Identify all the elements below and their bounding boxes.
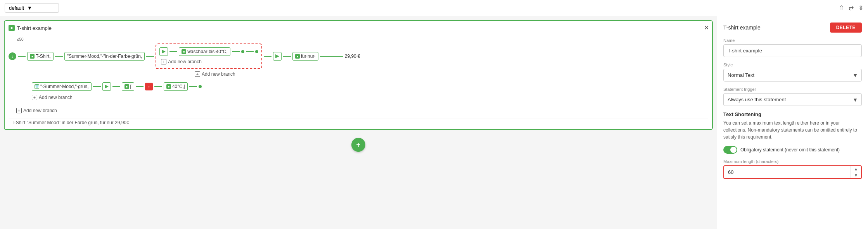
stepper-up-button[interactable]: ▲ [851,166,861,172]
obligatory-label: Obligatory statement (never omit this st… [740,147,840,153]
node-fuer-nur[interactable]: ■ für·nur· [292,52,318,61]
add-branch-selection-label: Add new branch [168,59,202,64]
tshirt-icon: ■ [30,54,35,59]
add-plus-icon: + [356,141,361,149]
condition-node[interactable]: ↑ [145,83,153,90]
text-shortening-title: Text Shortening [723,111,862,117]
preview-content: T-Shirt "Summer Mood" in der Farbe grün,… [12,120,129,125]
preview-text: T-Shirt "Summer Mood" in der Farbe grün,… [9,118,708,125]
text-shortening-section: Text Shortening You can set a maximum te… [723,111,862,141]
summer-mood-text: "Summer·Mood,"·"in·der·Farbe·grün, [67,54,142,59]
right-panel-header: T-shirt example DELETE [723,23,862,33]
fuer-nur-icon: ■ [295,54,300,59]
add-branch-bottom[interactable]: + Add new branch [16,107,708,114]
bracket-text: [ [130,84,131,89]
max-length-stepper: ▲ ▼ [851,166,861,178]
plus-icon-bottom: + [16,108,22,113]
sel-connector-2 [232,51,240,52]
obligatory-toggle[interactable] [723,146,737,154]
node-40c[interactable]: ■ 40°C,] [164,82,188,91]
max-length-label: Maximum length (characters) [723,159,862,164]
default-dropdown[interactable]: default ▼ [5,3,59,13]
connector-5 [283,56,291,57]
top-bar: default ▼ ⇧ ⇄ ⇳ [0,0,868,16]
upload-icon[interactable]: ⇧ [839,4,844,12]
connector-2 [55,56,63,57]
main-flow-row-wrapper: ≤50 ↓ ■ T-Shirt, "Summer·Mood,"·"in·der·… [9,43,708,78]
right-panel: T-shirt example DELETE Name Style Normal… [717,16,868,229]
add-statement-button[interactable]: + [351,138,365,152]
max-length-wrapper: ▲ ▼ [723,165,862,179]
connector-1 [18,56,26,57]
bracket-icon: ■ [124,84,129,89]
name-label: Name [723,38,862,43]
branch-node-2[interactable] [273,52,282,61]
connector-3 [146,56,154,57]
name-field-group: Name [723,38,862,57]
top-bar-icons: ⇧ ⇄ ⇳ [839,4,863,12]
obligatory-toggle-row: Obligatory statement (never omit this st… [723,146,862,154]
selection-inner-row: ■ waschbar·bis·40°C, [159,47,258,56]
expand-icon[interactable]: ⇳ [858,4,863,12]
trigger-select-wrapper: Always use this statement Use when condi… [723,93,862,106]
max-length-group: Maximum length (characters) ▲ ▼ [723,159,862,179]
waschbar-icon: ■ [182,49,186,54]
trigger-field-group: Statement trigger Always use this statem… [723,87,862,106]
plus-icon-selection: + [161,59,166,64]
card-close-icon[interactable]: ✕ [704,24,709,31]
image-tshirt-text: "·Summer·Mood,"·grün, [40,84,89,89]
start-arrow: ↓ [9,52,16,60]
branch-flow-row: 👕 "·Summer·Mood,"·grün, ■ [ ↑ [32,82,708,91]
add-branch-mid[interactable]: + Add new branch [32,94,708,101]
text-shortening-desc: You can set a maximum text length either… [723,120,862,141]
collapse-icon[interactable]: ⇄ [849,4,854,12]
node-waschbar[interactable]: ■ waschbar·bis·40°C, [179,47,230,56]
style-label: Style [723,62,862,67]
chevron-down-icon: ▼ [27,5,32,11]
sel-connector-1 [169,51,177,52]
add-branch-top-right[interactable]: + Add new branch [195,71,708,78]
branch-connector-dot [199,85,202,88]
node-image-tshirt[interactable]: 👕 "·Summer·Mood,"·grün, [32,82,92,91]
connector-dot-1 [241,50,244,53]
image-tshirt-icon: 👕 [35,84,39,89]
style-select-wrapper: Normal Text Heading 1 Heading 2 ▼ [723,69,862,82]
node-bracket-open[interactable]: ■ [ [122,82,134,91]
node-summer-mood[interactable]: "Summer·Mood,"·"in·der·Farbe·grün, [64,52,145,61]
trigger-select[interactable]: Always use this statement Use when condi… [723,93,862,106]
style-field-group: Style Normal Text Heading 1 Heading 2 ▼ [723,62,862,82]
statement-card: ■ T-shirt example ✕ ≤50 ↓ ■ T-Shirt, [4,20,713,130]
name-input[interactable] [723,44,862,57]
main-layout: ■ T-shirt example ✕ ≤50 ↓ ■ T-Shirt, [0,16,868,229]
delete-button[interactable]: DELETE [830,23,862,33]
condition-badge: ≤50 [17,37,24,42]
max-length-input[interactable] [724,166,851,178]
tshirt-label: T-Shirt, [36,54,51,59]
add-branch-selection[interactable]: + Add new branch [159,58,258,65]
flow-container: ≤50 ↓ ■ T-Shirt, "Summer·Mood,"·"in·der·… [9,34,708,116]
trigger-label: Statement trigger [723,87,862,92]
branch-connector-2 [112,86,120,87]
price-text: 29,90·€ [345,54,360,59]
main-flow-row: ↓ ■ T-Shirt, "Summer·Mood,"·"in·der·Farb… [9,43,708,69]
right-panel-title: T-shirt example [723,24,761,31]
connector-4 [264,56,271,57]
add-branch-bottom-label: Add new branch [23,108,57,113]
plus-icon-top-right: + [195,71,200,77]
branch-connector-5 [189,86,197,87]
waschbar-text: waschbar·bis·40°C, [187,49,228,54]
stepper-down-button[interactable]: ▼ [851,172,861,178]
node-tshirt[interactable]: ■ T-Shirt, [27,52,54,61]
connector-dot-2 [255,50,258,53]
style-select[interactable]: Normal Text Heading 1 Heading 2 [723,69,862,82]
card-title-icon: ■ [9,25,15,31]
branch-node-3[interactable] [102,82,111,91]
40c-icon: ■ [166,84,171,89]
branch-connector-3 [136,86,144,87]
selection-box: ■ waschbar·bis·40°C, + [156,43,262,69]
card-title-row: ■ T-shirt example [9,25,708,31]
fuer-nur-text: für·nur· [301,54,316,59]
branch-connector-1 [93,86,101,87]
branch-node-1[interactable] [159,47,168,56]
card-title-text: T-shirt example [17,25,52,31]
